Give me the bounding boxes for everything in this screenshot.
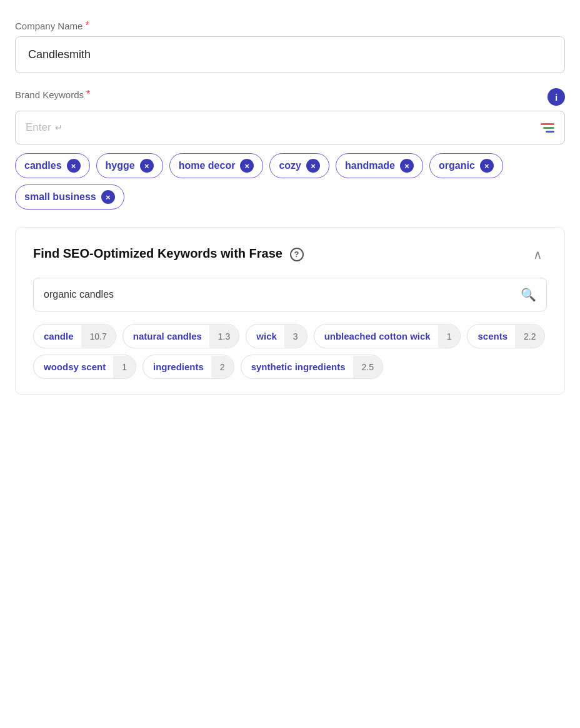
tag-candles: candles × [15,153,90,178]
brand-keywords-required: * [86,89,90,100]
chip-label-wick: wick [246,325,284,348]
company-name-label-text: Company Name [15,21,82,31]
keyword-chips-container: candle 10.7 natural candles 1.3 wick 3 u… [33,324,547,379]
chip-score-ingredients: 2 [211,356,234,378]
tag-home-decor: home decor × [169,153,264,178]
keyword-chip-synthetic-ingredients[interactable]: synthetic ingredients 2.5 [241,355,383,379]
seo-panel-title-text: Find SEO-Optimized Keywords with Frase [33,246,282,260]
placeholder-text: Enter [26,121,51,134]
tag-remove-organic[interactable]: × [480,159,494,173]
tag-cozy: cozy × [269,153,329,178]
seo-help-icon[interactable]: ? [290,248,304,261]
filter-icon[interactable] [541,123,554,133]
keyword-input-area[interactable]: Enter ↵ [15,111,565,144]
tag-label-handmade: handmade [345,160,395,171]
keyword-chip-ingredients[interactable]: ingredients 2 [142,355,234,379]
chip-score-woodsy-scent: 1 [113,356,136,378]
chip-label-synthetic-ingredients: synthetic ingredients [241,355,353,378]
brand-keywords-label-text: Brand Keywords [15,89,84,100]
chip-score-scents: 2.2 [515,325,544,348]
keyword-chip-scents[interactable]: scents 2.2 [467,324,545,348]
brand-keywords-label: Brand Keywords * [15,89,90,100]
company-name-label: Company Name * [15,20,565,31]
tag-remove-candles[interactable]: × [67,159,81,173]
keyword-chip-woodsy-scent[interactable]: woodsy scent 1 [33,355,136,379]
seo-panel-header: Find SEO-Optimized Keywords with Frase ?… [33,245,547,264]
chip-label-unbleached-cotton-wick: unbleached cotton wick [314,325,438,348]
chip-label-woodsy-scent: woodsy scent [34,355,113,378]
tags-container: candles × hygge × home decor × cozy × ha… [15,153,565,210]
keyword-chip-unbleached-cotton-wick[interactable]: unbleached cotton wick 1 [314,324,461,348]
chip-score-synthetic-ingredients: 2.5 [353,356,382,378]
tag-remove-handmade[interactable]: × [400,159,414,173]
brand-keywords-info-icon[interactable]: i [548,88,565,106]
tag-label-organic: organic [439,160,475,171]
enter-arrow-icon: ↵ [55,123,62,133]
keyword-chip-natural-candles[interactable]: natural candles 1.3 [122,324,240,348]
tag-label-home-decor: home decor [179,160,236,171]
tag-label-candles: candles [24,160,62,171]
chip-label-scents: scents [468,325,515,348]
tag-small-business: small business × [15,185,124,210]
tag-remove-cozy[interactable]: × [306,159,320,173]
seo-search-wrapper[interactable]: 🔍 [33,278,547,311]
tag-label-small-business: small business [24,191,96,203]
search-icon[interactable]: 🔍 [521,287,536,302]
tag-remove-home-decor[interactable]: × [240,159,254,173]
tag-label-hygge: hygge [106,160,135,171]
seo-panel-collapse-button[interactable]: ∧ [528,245,547,264]
seo-panel-title: Find SEO-Optimized Keywords with Frase ? [33,245,304,262]
company-name-required: * [85,20,89,31]
chip-label-natural-candles: natural candles [123,325,209,348]
seo-search-input[interactable] [44,289,521,300]
seo-panel: Find SEO-Optimized Keywords with Frase ?… [15,227,565,395]
company-name-input[interactable] [15,36,565,73]
chip-score-unbleached-cotton-wick: 1 [438,325,461,348]
chip-label-ingredients: ingredients [143,355,211,378]
chip-score-natural-candles: 1.3 [209,325,239,348]
chip-score-candle: 10.7 [81,325,116,348]
keyword-chip-wick[interactable]: wick 3 [246,324,307,348]
brand-keywords-section: Brand Keywords * i Enter ↵ candles × hyg… [15,88,565,210]
tag-remove-hygge[interactable]: × [140,159,154,173]
tag-label-cozy: cozy [279,160,301,171]
tag-handmade: handmade × [336,153,423,178]
brand-keywords-header: Brand Keywords * i [15,88,565,106]
tag-remove-small-business[interactable]: × [101,190,115,204]
chip-label-candle: candle [34,325,81,348]
keyword-placeholder: Enter ↵ [26,121,62,134]
tag-organic: organic × [429,153,503,178]
tag-hygge: hygge × [96,153,163,178]
company-name-section: Company Name * [15,20,565,73]
chip-score-wick: 3 [284,325,307,348]
keyword-chip-candle[interactable]: candle 10.7 [33,324,116,348]
